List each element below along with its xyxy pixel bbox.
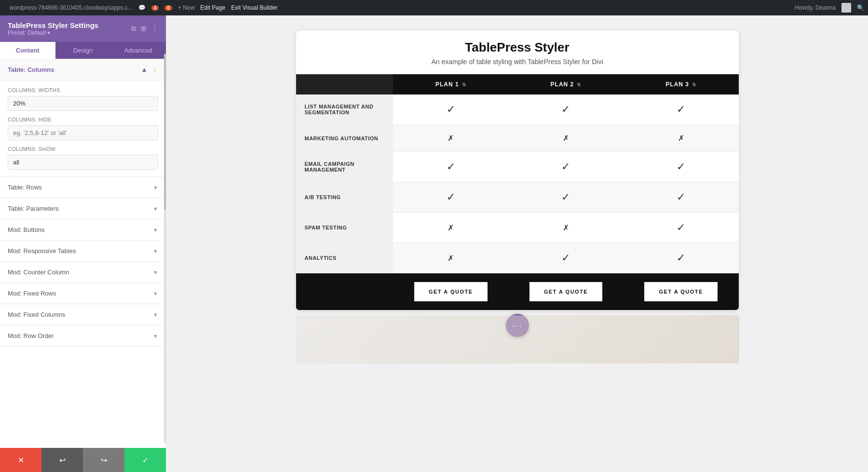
show-label: Columns: Show <box>8 146 158 152</box>
section-columns-body: Columns: Widths Columns: Hide Columns: S… <box>0 81 166 177</box>
plan2-cell: ✓ <box>508 243 624 273</box>
plan3-cell: ✓ <box>624 182 739 213</box>
section-mod-buttons[interactable]: Mod: Buttons ▼ <box>0 219 166 241</box>
feature-cell: SPAM TESTING <box>296 213 393 243</box>
mod-buttons-chevron-icon: ▼ <box>153 227 158 233</box>
plan1-cell: ✓ <box>393 182 508 213</box>
table-footer-plan1: GET A QUOTE <box>393 273 508 310</box>
parameters-chevron-icon: ▼ <box>153 206 158 212</box>
site-url[interactable]: wordpress-784896-3610405.cloudwaysapps.c… <box>10 4 133 11</box>
copy-icon[interactable]: ⧉ <box>131 25 136 33</box>
tab-content[interactable]: Content <box>0 42 55 59</box>
table-header-plan2: PLAN 2 ⇅ <box>508 74 624 94</box>
mod-responsive-chevron-icon: ▼ <box>153 248 158 254</box>
plan1-cell: ✓ <box>393 152 508 182</box>
bottom-section-preview <box>296 315 739 364</box>
table-header-row: PLAN 1 ⇅ PLAN 2 ⇅ PLAN 3 <box>296 74 739 94</box>
more-icon[interactable]: ⋮ <box>151 25 158 33</box>
table-row: MARKETING AUTOMATION ✗ ✗ ✗ <box>296 125 739 152</box>
plan2-cell: ✓ <box>508 94 624 125</box>
section-mod-row-order-title: Mod: Row Order <box>8 332 54 339</box>
columns-dots-icon[interactable]: ⋮ <box>151 66 158 73</box>
plan2-sort[interactable]: PLAN 2 ⇅ <box>551 81 582 88</box>
section-columns-header: Table: Columns ▲ ⋮ <box>0 59 166 81</box>
section-mod-responsive-title: Mod: Responsive Tables <box>8 247 76 255</box>
sidebar-preset[interactable]: Preset: Default ▾ <box>8 29 98 36</box>
preset-chevron-icon: ▾ <box>47 29 50 36</box>
section-parameters[interactable]: Table: Parameters ▼ <box>0 198 166 219</box>
section-mod-counter-title: Mod: Counter Column <box>8 269 69 276</box>
plan3-cell: ✓ <box>624 94 739 125</box>
admin-bar: wordpress-784896-3610405.cloudwaysapps.c… <box>0 0 868 15</box>
edit-page-link[interactable]: Edit Page <box>200 4 225 11</box>
sort-arrows-plan3: ⇅ <box>692 82 696 87</box>
sidebar-header-icons: ⧉ ⊞ ⋮ <box>131 25 158 33</box>
undo-button[interactable]: ↩ <box>41 448 83 472</box>
plan3-cell: ✓ <box>624 243 739 273</box>
plan1-cell: ✗ <box>393 213 508 243</box>
columns-collapse-icon[interactable]: ▲ <box>141 66 148 73</box>
scroll-thumb <box>164 54 166 210</box>
plan1-cell: ✓ <box>393 94 508 125</box>
tab-design[interactable]: Design <box>55 42 111 59</box>
quote-btn-plan2[interactable]: GET A QUOTE <box>529 282 602 301</box>
section-rows-title: Table: Rows <box>8 184 42 191</box>
cancel-button[interactable]: ✕ <box>0 448 41 472</box>
sidebar-header: TablePress Styler Settings Preset: Defau… <box>0 15 166 42</box>
section-rows[interactable]: Table: Rows ▼ <box>0 177 166 198</box>
sort-arrows-plan1: ⇅ <box>462 82 466 87</box>
sidebar: TablePress Styler Settings Preset: Defau… <box>0 15 166 472</box>
new-link[interactable]: + New <box>178 4 194 11</box>
comments-count: 4 <box>151 5 159 11</box>
section-mod-counter[interactable]: Mod: Counter Column ▼ <box>0 262 166 283</box>
table-header-plan1: PLAN 1 ⇅ <box>393 74 508 94</box>
plan1-sort[interactable]: PLAN 1 ⇅ <box>435 81 466 88</box>
sidebar-toolbar: ✕ ↩ ↪ ✓ <box>0 448 166 472</box>
comments-icon[interactable]: 💬 <box>138 4 146 11</box>
sidebar-tabs: Content Design Advanced <box>0 42 166 59</box>
feature-cell: MARKETING AUTOMATION <box>296 125 393 152</box>
table-card-inner: TablePress Styler An example of table st… <box>296 30 739 66</box>
table-footer-row: GET A QUOTE GET A QUOTE GET A QUOTE <box>296 273 739 310</box>
plan3-sort[interactable]: PLAN 3 ⇅ <box>665 81 696 88</box>
plan3-cell: ✓ <box>624 152 739 182</box>
plan3-cell: ✗ <box>624 125 739 152</box>
section-mod-fixed-rows[interactable]: Mod: Fixed Rows ▼ <box>0 283 166 304</box>
scroll-indicator <box>164 54 166 443</box>
sidebar-header-left: TablePress Styler Settings Preset: Defau… <box>8 21 98 36</box>
plan2-cell: ✓ <box>508 182 624 213</box>
section-mod-responsive[interactable]: Mod: Responsive Tables ▼ <box>0 241 166 262</box>
sidebar-content: Table: Columns ▲ ⋮ Columns: Widths Colum… <box>0 59 166 472</box>
table-card: TablePress Styler An example of table st… <box>296 30 739 310</box>
comparison-table: PLAN 1 ⇅ PLAN 2 ⇅ PLAN 3 <box>296 74 739 310</box>
feature-cell: LIST MANAGEMENT AND SEGMENTATION <box>296 94 393 125</box>
tab-advanced[interactable]: Advanced <box>110 42 166 59</box>
plan3-cell: ✓ <box>624 213 739 243</box>
main-content: TablePress Styler An example of table st… <box>166 15 868 472</box>
section-mod-row-order[interactable]: Mod: Row Order ▼ <box>0 325 166 347</box>
table-row: ANALYTICS ✗ ✓ ✓ <box>296 243 739 273</box>
hide-label: Columns: Hide <box>8 117 158 122</box>
search-icon[interactable]: 🔍 <box>857 4 864 11</box>
table-footer-plan2: GET A QUOTE <box>508 273 624 310</box>
hide-input[interactable] <box>8 125 158 140</box>
layout-icon[interactable]: ⊞ <box>141 25 147 33</box>
mod-counter-chevron-icon: ▼ <box>153 270 158 275</box>
table-row: A/B TESTING ✓ ✓ ✓ <box>296 182 739 213</box>
app-container: TablePress Styler Settings Preset: Defau… <box>0 15 868 472</box>
table-header-empty <box>296 74 393 94</box>
plan1-cell: ✗ <box>393 243 508 273</box>
quote-btn-plan3[interactable]: GET A QUOTE <box>644 282 717 301</box>
redo-button[interactable]: ↪ <box>83 448 124 472</box>
exit-builder-link[interactable]: Exit Visual Builder <box>231 4 278 11</box>
comments-bubble: 0 <box>164 5 172 11</box>
save-button[interactable]: ✓ <box>124 448 166 472</box>
table-title: TablePress Styler <box>308 40 727 55</box>
widths-input[interactable] <box>8 96 158 111</box>
table-row: EMAIL CAMPAIGN MANAGEMENT ✓ ✓ ✓ <box>296 152 739 182</box>
quote-btn-plan1[interactable]: GET A QUOTE <box>414 282 487 301</box>
plan2-cell: ✓ <box>508 152 624 182</box>
table-footer-empty <box>296 273 393 310</box>
section-mod-fixed-cols[interactable]: Mod: Fixed Columns ▼ <box>0 304 166 325</box>
show-input[interactable] <box>8 155 158 170</box>
